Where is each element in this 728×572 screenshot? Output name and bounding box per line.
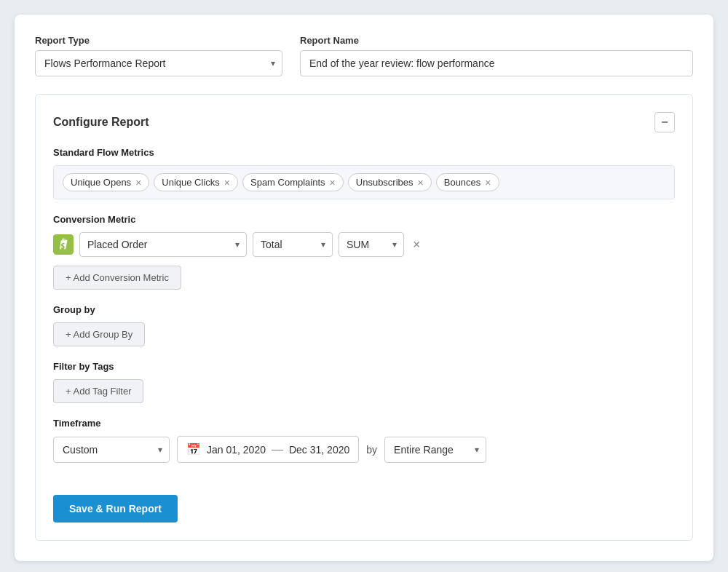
add-group-by-button[interactable]: + Add Group By	[53, 322, 145, 346]
timeframe-label: Timeframe	[53, 418, 675, 429]
add-conversion-label: + Add Conversion Metric	[66, 272, 169, 283]
standard-metrics-section: Standard Flow Metrics Unique Opens × Uni…	[53, 147, 675, 199]
conversion-remove-button[interactable]: ×	[410, 237, 424, 253]
report-type-group: Report Type Flows Performance Report ▾	[35, 35, 282, 76]
timeframe-select[interactable]: Custom	[53, 437, 170, 463]
configure-card: Configure Report − Standard Flow Metrics…	[35, 94, 693, 541]
by-label: by	[366, 444, 377, 456]
timeframe-section: Timeframe Custom ▾ 📅 Jan 01, 2020 — Dec …	[53, 418, 675, 463]
group-by-label: Group by	[53, 304, 675, 315]
report-name-group: Report Name	[300, 35, 693, 76]
conversion-metric-section: Conversion Metric Placed Order ▾ Total	[53, 214, 675, 290]
report-name-input[interactable]	[300, 50, 693, 76]
timeframe-row: Custom ▾ 📅 Jan 01, 2020 — Dec 31, 2020 b…	[53, 436, 675, 463]
tag-unsubscribes: Unsubscribes ×	[348, 173, 432, 191]
save-run-button[interactable]: Save & Run Report	[53, 495, 178, 523]
total-select[interactable]: Total	[253, 232, 333, 257]
entire-range-select[interactable]: Entire Range	[384, 437, 486, 463]
tag-unique-clicks: Unique Clicks ×	[154, 173, 238, 191]
entire-range-select-wrapper: Entire Range ▾	[384, 437, 486, 463]
tag-spam-complaints-remove[interactable]: ×	[330, 178, 336, 188]
sum-select[interactable]: SUM	[339, 232, 404, 257]
timeframe-select-wrapper: Custom ▾	[53, 437, 170, 463]
collapse-icon: −	[661, 116, 668, 129]
configure-header: Configure Report −	[53, 112, 675, 132]
top-row: Report Type Flows Performance Report ▾ R…	[35, 35, 693, 76]
add-tag-filter-button[interactable]: + Add Tag Filter	[53, 379, 143, 403]
date-start: Jan 01, 2020	[207, 444, 266, 456]
placed-order-select-wrapper: Placed Order ▾	[79, 232, 247, 257]
tag-bounces-remove[interactable]: ×	[485, 178, 491, 188]
calendar-icon: 📅	[186, 442, 201, 456]
tag-unsubscribes-label: Unsubscribes	[356, 177, 414, 188]
add-tag-filter-label: + Add Tag Filter	[66, 386, 131, 397]
placed-order-select[interactable]: Placed Order	[79, 232, 247, 257]
tag-unique-clicks-remove[interactable]: ×	[224, 178, 230, 188]
tag-unique-opens-label: Unique Opens	[71, 177, 131, 188]
date-range-box[interactable]: 📅 Jan 01, 2020 — Dec 31, 2020	[177, 436, 359, 463]
save-run-label: Save & Run Report	[69, 503, 162, 515]
add-group-by-label: + Add Group By	[66, 329, 132, 340]
tag-bounces: Bounces ×	[436, 173, 499, 191]
date-separator: —	[272, 443, 283, 456]
tag-spam-complaints: Spam Complaints ×	[242, 173, 344, 191]
tag-unique-opens: Unique Opens ×	[63, 173, 149, 191]
report-type-label: Report Type	[35, 35, 282, 46]
sum-select-wrapper: SUM ▾	[339, 232, 404, 257]
tag-unique-clicks-label: Unique Clicks	[162, 177, 219, 188]
add-conversion-button[interactable]: + Add Conversion Metric	[53, 266, 181, 290]
conversion-metric-label: Conversion Metric	[53, 214, 675, 225]
standard-metrics-label: Standard Flow Metrics	[53, 147, 675, 158]
report-type-select[interactable]: Flows Performance Report	[35, 50, 282, 76]
tag-bounces-label: Bounces	[444, 177, 481, 188]
total-select-wrapper: Total ▾	[253, 232, 333, 257]
filter-by-tags-label: Filter by Tags	[53, 361, 675, 372]
tag-unique-opens-remove[interactable]: ×	[135, 178, 141, 188]
main-card: Report Type Flows Performance Report ▾ R…	[15, 15, 713, 561]
conversion-row: Placed Order ▾ Total ▾ SUM ▾ ×	[53, 232, 675, 257]
shopify-icon	[53, 234, 74, 255]
tag-unsubscribes-remove[interactable]: ×	[418, 178, 424, 188]
metrics-tags-container: Unique Opens × Unique Clicks × Spam Comp…	[53, 165, 675, 199]
date-end: Dec 31, 2020	[289, 444, 349, 456]
collapse-button[interactable]: −	[654, 112, 675, 132]
tag-spam-complaints-label: Spam Complaints	[250, 177, 325, 188]
configure-title: Configure Report	[53, 116, 149, 129]
filter-by-tags-section: Filter by Tags + Add Tag Filter	[53, 361, 675, 403]
report-name-label: Report Name	[300, 35, 693, 46]
group-by-section: Group by + Add Group By	[53, 304, 675, 346]
report-type-select-wrapper: Flows Performance Report ▾	[35, 50, 282, 76]
